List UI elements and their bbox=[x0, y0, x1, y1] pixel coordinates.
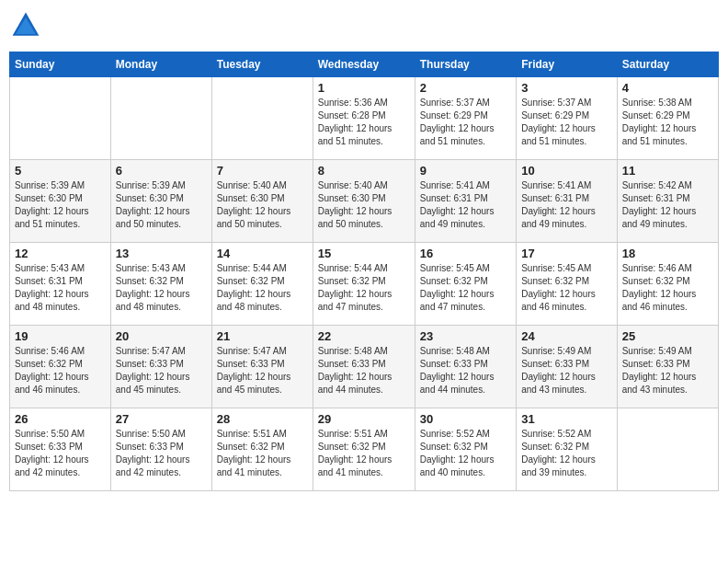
day-number: 23 bbox=[420, 329, 511, 343]
day-number: 13 bbox=[116, 247, 207, 260]
calendar-cell: 1Sunrise: 5:36 AM Sunset: 6:28 PM Daylig… bbox=[313, 77, 415, 160]
day-number: 31 bbox=[521, 412, 612, 426]
calendar-cell: 2Sunrise: 5:37 AM Sunset: 6:29 PM Daylig… bbox=[415, 77, 516, 160]
day-number: 12 bbox=[15, 247, 106, 260]
calendar-cell: 15Sunrise: 5:44 AM Sunset: 6:32 PM Dayli… bbox=[313, 243, 415, 326]
calendar-week-row: 12Sunrise: 5:43 AM Sunset: 6:31 PM Dayli… bbox=[10, 243, 719, 326]
day-info: Sunrise: 5:38 AM Sunset: 6:29 PM Dayligh… bbox=[622, 97, 713, 148]
calendar-cell bbox=[617, 408, 718, 491]
day-info: Sunrise: 5:49 AM Sunset: 6:33 PM Dayligh… bbox=[521, 345, 612, 396]
calendar-cell: 28Sunrise: 5:51 AM Sunset: 6:32 PM Dayli… bbox=[211, 408, 313, 491]
day-number: 24 bbox=[521, 329, 612, 343]
logo bbox=[9, 9, 46, 42]
calendar-cell: 5Sunrise: 5:39 AM Sunset: 6:30 PM Daylig… bbox=[10, 160, 111, 243]
day-number: 18 bbox=[622, 247, 713, 260]
day-number: 25 bbox=[622, 329, 713, 343]
day-info: Sunrise: 5:46 AM Sunset: 6:32 PM Dayligh… bbox=[15, 345, 106, 396]
day-info: Sunrise: 5:51 AM Sunset: 6:32 PM Dayligh… bbox=[318, 428, 410, 479]
weekday-header: Sunday bbox=[10, 52, 111, 77]
weekday-header: Wednesday bbox=[313, 52, 415, 77]
day-number: 9 bbox=[420, 164, 511, 178]
day-number: 19 bbox=[15, 329, 106, 343]
day-info: Sunrise: 5:40 AM Sunset: 6:30 PM Dayligh… bbox=[318, 179, 410, 231]
calendar-week-row: 19Sunrise: 5:46 AM Sunset: 6:32 PM Dayli… bbox=[10, 326, 719, 408]
day-number: 8 bbox=[318, 164, 410, 178]
calendar-cell: 4Sunrise: 5:38 AM Sunset: 6:29 PM Daylig… bbox=[617, 77, 718, 160]
day-number: 30 bbox=[420, 412, 511, 426]
calendar-table: SundayMondayTuesdayWednesdayThursdayFrid… bbox=[9, 52, 719, 491]
day-info: Sunrise: 5:50 AM Sunset: 6:33 PM Dayligh… bbox=[116, 428, 207, 479]
day-number: 28 bbox=[217, 412, 308, 426]
page-header bbox=[9, 9, 719, 42]
calendar-cell: 29Sunrise: 5:51 AM Sunset: 6:32 PM Dayli… bbox=[313, 408, 415, 491]
day-info: Sunrise: 5:39 AM Sunset: 6:30 PM Dayligh… bbox=[116, 179, 207, 231]
calendar-cell: 12Sunrise: 5:43 AM Sunset: 6:31 PM Dayli… bbox=[10, 243, 111, 326]
day-number: 22 bbox=[318, 329, 410, 343]
calendar-cell bbox=[211, 77, 313, 160]
day-number: 29 bbox=[318, 412, 410, 426]
day-info: Sunrise: 5:45 AM Sunset: 6:32 PM Dayligh… bbox=[521, 262, 612, 314]
weekday-header: Tuesday bbox=[211, 52, 313, 77]
day-info: Sunrise: 5:41 AM Sunset: 6:31 PM Dayligh… bbox=[521, 179, 612, 231]
calendar-cell: 19Sunrise: 5:46 AM Sunset: 6:32 PM Dayli… bbox=[10, 326, 111, 408]
day-info: Sunrise: 5:47 AM Sunset: 6:33 PM Dayligh… bbox=[217, 345, 308, 396]
weekday-header: Saturday bbox=[617, 52, 718, 77]
day-number: 26 bbox=[15, 412, 106, 426]
day-info: Sunrise: 5:41 AM Sunset: 6:31 PM Dayligh… bbox=[420, 179, 511, 231]
calendar-header-row: SundayMondayTuesdayWednesdayThursdayFrid… bbox=[10, 52, 719, 77]
day-number: 10 bbox=[521, 164, 612, 178]
day-info: Sunrise: 5:46 AM Sunset: 6:32 PM Dayligh… bbox=[622, 262, 713, 314]
calendar-cell: 8Sunrise: 5:40 AM Sunset: 6:30 PM Daylig… bbox=[313, 160, 415, 243]
day-number: 14 bbox=[217, 247, 308, 260]
day-number: 5 bbox=[15, 164, 106, 178]
day-info: Sunrise: 5:44 AM Sunset: 6:32 PM Dayligh… bbox=[318, 262, 410, 314]
calendar-cell bbox=[10, 77, 111, 160]
calendar-cell: 27Sunrise: 5:50 AM Sunset: 6:33 PM Dayli… bbox=[110, 408, 211, 491]
day-info: Sunrise: 5:43 AM Sunset: 6:32 PM Dayligh… bbox=[116, 262, 207, 314]
calendar-cell: 23Sunrise: 5:48 AM Sunset: 6:33 PM Dayli… bbox=[415, 326, 516, 408]
day-info: Sunrise: 5:48 AM Sunset: 6:33 PM Dayligh… bbox=[318, 345, 410, 396]
calendar-cell: 31Sunrise: 5:52 AM Sunset: 6:32 PM Dayli… bbox=[517, 408, 618, 491]
day-info: Sunrise: 5:43 AM Sunset: 6:31 PM Dayligh… bbox=[15, 262, 106, 314]
calendar-cell: 30Sunrise: 5:52 AM Sunset: 6:32 PM Dayli… bbox=[415, 408, 516, 491]
calendar-cell: 21Sunrise: 5:47 AM Sunset: 6:33 PM Dayli… bbox=[211, 326, 313, 408]
day-number: 4 bbox=[622, 81, 713, 95]
calendar-week-row: 5Sunrise: 5:39 AM Sunset: 6:30 PM Daylig… bbox=[10, 160, 719, 243]
day-number: 11 bbox=[622, 164, 713, 178]
day-info: Sunrise: 5:52 AM Sunset: 6:32 PM Dayligh… bbox=[420, 428, 511, 479]
day-number: 2 bbox=[420, 81, 511, 95]
calendar-cell: 24Sunrise: 5:49 AM Sunset: 6:33 PM Dayli… bbox=[517, 326, 618, 408]
logo-icon bbox=[9, 9, 42, 42]
calendar-cell: 16Sunrise: 5:45 AM Sunset: 6:32 PM Dayli… bbox=[415, 243, 516, 326]
day-number: 15 bbox=[318, 247, 410, 260]
calendar-cell: 9Sunrise: 5:41 AM Sunset: 6:31 PM Daylig… bbox=[415, 160, 516, 243]
day-info: Sunrise: 5:45 AM Sunset: 6:32 PM Dayligh… bbox=[420, 262, 511, 314]
calendar-cell: 10Sunrise: 5:41 AM Sunset: 6:31 PM Dayli… bbox=[517, 160, 618, 243]
day-info: Sunrise: 5:51 AM Sunset: 6:32 PM Dayligh… bbox=[217, 428, 308, 479]
day-info: Sunrise: 5:36 AM Sunset: 6:28 PM Dayligh… bbox=[318, 97, 410, 148]
day-info: Sunrise: 5:52 AM Sunset: 6:32 PM Dayligh… bbox=[521, 428, 612, 479]
calendar-cell: 26Sunrise: 5:50 AM Sunset: 6:33 PM Dayli… bbox=[10, 408, 111, 491]
day-info: Sunrise: 5:44 AM Sunset: 6:32 PM Dayligh… bbox=[217, 262, 308, 314]
day-number: 17 bbox=[521, 247, 612, 260]
calendar-cell: 7Sunrise: 5:40 AM Sunset: 6:30 PM Daylig… bbox=[211, 160, 313, 243]
weekday-header: Monday bbox=[110, 52, 211, 77]
weekday-header: Friday bbox=[517, 52, 618, 77]
day-number: 27 bbox=[116, 412, 207, 426]
day-info: Sunrise: 5:37 AM Sunset: 6:29 PM Dayligh… bbox=[420, 97, 511, 148]
calendar-cell: 6Sunrise: 5:39 AM Sunset: 6:30 PM Daylig… bbox=[110, 160, 211, 243]
day-info: Sunrise: 5:42 AM Sunset: 6:31 PM Dayligh… bbox=[622, 179, 713, 231]
calendar-cell: 25Sunrise: 5:49 AM Sunset: 6:33 PM Dayli… bbox=[617, 326, 718, 408]
day-info: Sunrise: 5:49 AM Sunset: 6:33 PM Dayligh… bbox=[622, 345, 713, 396]
day-number: 20 bbox=[116, 329, 207, 343]
day-info: Sunrise: 5:37 AM Sunset: 6:29 PM Dayligh… bbox=[521, 97, 612, 148]
calendar-cell: 20Sunrise: 5:47 AM Sunset: 6:33 PM Dayli… bbox=[110, 326, 211, 408]
calendar-cell: 22Sunrise: 5:48 AM Sunset: 6:33 PM Dayli… bbox=[313, 326, 415, 408]
calendar-cell: 3Sunrise: 5:37 AM Sunset: 6:29 PM Daylig… bbox=[517, 77, 618, 160]
day-number: 7 bbox=[217, 164, 308, 178]
day-info: Sunrise: 5:50 AM Sunset: 6:33 PM Dayligh… bbox=[15, 428, 106, 479]
day-number: 21 bbox=[217, 329, 308, 343]
calendar-week-row: 1Sunrise: 5:36 AM Sunset: 6:28 PM Daylig… bbox=[10, 77, 719, 160]
calendar-cell: 14Sunrise: 5:44 AM Sunset: 6:32 PM Dayli… bbox=[211, 243, 313, 326]
day-number: 3 bbox=[521, 81, 612, 95]
